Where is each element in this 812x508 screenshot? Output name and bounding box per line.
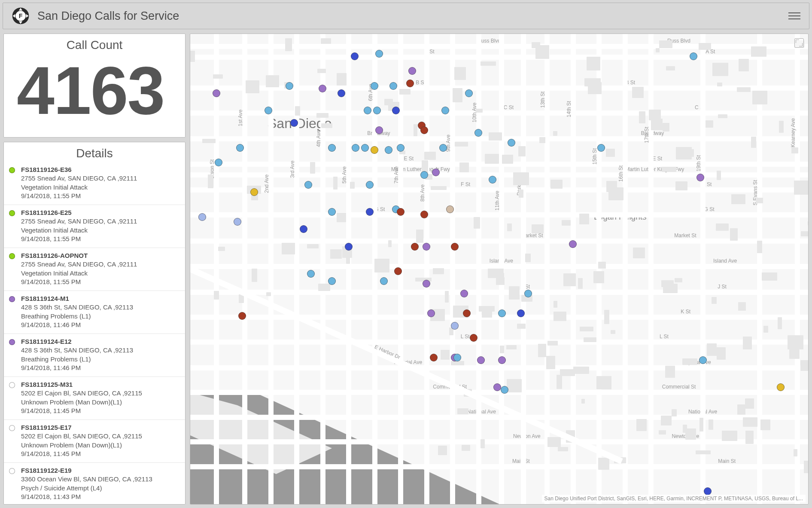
map-marker[interactable] <box>498 309 506 317</box>
map-marker[interactable] <box>432 168 440 176</box>
street-v <box>214 34 219 504</box>
map-marker[interactable] <box>474 129 482 137</box>
list-item[interactable]: FS18119124-M1428 S 36th St, SAN DIEGO, C… <box>4 291 185 334</box>
map-marker[interactable] <box>361 144 369 152</box>
map-marker[interactable] <box>238 312 246 320</box>
map-marker[interactable] <box>198 213 206 221</box>
list-item[interactable]: FS18119125-E175202 El Cajon Bl, SAN DIEG… <box>4 420 185 463</box>
map-marker[interactable] <box>375 50 383 58</box>
map-marker[interactable] <box>375 126 383 134</box>
building-block <box>513 172 529 185</box>
map-marker[interactable] <box>300 225 307 233</box>
map-marker[interactable] <box>460 290 468 297</box>
map-marker[interactable] <box>406 80 414 87</box>
map-marker[interactable] <box>234 218 241 226</box>
map-marker[interactable] <box>465 89 473 97</box>
map-marker[interactable] <box>371 82 378 90</box>
map-marker[interactable] <box>385 146 392 154</box>
map-marker[interactable] <box>380 277 388 285</box>
map-marker[interactable] <box>423 243 430 251</box>
map-surface[interactable]: San Diego Logan Heights Russ BlvdRuss Bl… <box>190 34 808 504</box>
map-marker[interactable] <box>517 309 525 317</box>
map-marker[interactable] <box>597 144 605 152</box>
map-marker[interactable] <box>704 487 712 495</box>
map-marker[interactable] <box>453 354 461 361</box>
map-marker[interactable] <box>328 144 336 152</box>
building-block <box>788 335 803 349</box>
building-block <box>751 46 767 57</box>
map-marker[interactable] <box>451 243 459 251</box>
map-marker[interactable] <box>265 107 272 114</box>
list-item[interactable]: FS18119126-E362755 Snead Av, SAN DIEGO, … <box>4 162 185 205</box>
map-marker[interactable] <box>351 52 359 60</box>
map-marker[interactable] <box>411 243 419 251</box>
map-marker[interactable] <box>373 107 381 114</box>
map-marker[interactable] <box>463 309 471 317</box>
map-marker[interactable] <box>290 119 298 127</box>
building-block <box>295 106 300 116</box>
map-marker[interactable] <box>250 188 258 196</box>
expand-map-icon[interactable] <box>794 38 804 48</box>
map-marker[interactable] <box>508 139 515 147</box>
map-marker[interactable] <box>215 159 222 166</box>
map-marker[interactable] <box>328 208 336 216</box>
map-marker[interactable] <box>420 126 428 134</box>
list-item[interactable]: FS18119125-M315202 El Cajon Bl, SAN DIEG… <box>4 377 185 420</box>
map-marker[interactable] <box>408 67 416 75</box>
map-marker[interactable] <box>423 280 430 288</box>
map-marker[interactable] <box>364 107 371 114</box>
map-marker[interactable] <box>441 107 449 114</box>
map-marker[interactable] <box>397 144 404 152</box>
list-item[interactable]: FS18119122-E193360 Ocean View Bl, SAN DI… <box>4 463 185 504</box>
map-marker[interactable] <box>498 356 506 364</box>
map-marker[interactable] <box>524 290 532 297</box>
map-marker[interactable] <box>470 334 477 342</box>
map-marker[interactable] <box>366 208 374 216</box>
hamburger-menu-button[interactable] <box>788 10 800 22</box>
building-block <box>451 361 464 365</box>
map-marker[interactable] <box>699 356 707 364</box>
building-block <box>633 248 645 258</box>
map-marker[interactable] <box>420 171 428 179</box>
map-marker[interactable] <box>319 85 326 92</box>
map-marker[interactable] <box>397 208 404 216</box>
map-card[interactable]: San Diego Logan Heights Russ BlvdRuss Bl… <box>190 34 809 505</box>
map-marker[interactable] <box>777 383 785 391</box>
map-marker[interactable] <box>307 270 315 278</box>
map-marker[interactable] <box>392 107 400 114</box>
map-marker[interactable] <box>352 144 359 152</box>
map-marker[interactable] <box>213 89 220 97</box>
map-marker[interactable] <box>489 176 496 184</box>
list-item[interactable]: FS18119126-AOPNOT2755 Snead Av, SAN DIEG… <box>4 248 185 291</box>
map-marker[interactable] <box>501 386 508 394</box>
list-item[interactable]: FS18119124-E12428 S 36th St, SAN DIEGO, … <box>4 334 185 377</box>
map-marker[interactable] <box>389 82 397 90</box>
map-marker[interactable] <box>328 277 336 285</box>
map-marker[interactable] <box>286 82 293 90</box>
map-marker[interactable] <box>304 181 312 189</box>
list-item[interactable]: FS18119126-E252755 Snead Av, SAN DIEGO, … <box>4 205 185 248</box>
building-block <box>558 447 568 451</box>
map-marker[interactable] <box>569 240 577 248</box>
map-marker[interactable] <box>371 146 378 154</box>
street-label: 11th Ave <box>494 190 500 211</box>
map-marker[interactable] <box>477 356 485 364</box>
map-marker[interactable] <box>427 309 435 317</box>
map-marker[interactable] <box>236 144 244 152</box>
map-marker[interactable] <box>439 144 447 152</box>
building-block <box>808 221 809 225</box>
details-list[interactable]: FS18119126-E362755 Snead Av, SAN DIEGO, … <box>4 160 185 504</box>
map-marker[interactable] <box>345 243 353 251</box>
map-marker[interactable] <box>446 205 454 213</box>
building-block <box>731 194 745 205</box>
map-marker[interactable] <box>493 383 501 391</box>
map-marker[interactable] <box>430 354 438 361</box>
map-marker[interactable] <box>451 322 459 330</box>
list-item-text: FS18119125-M315202 El Cajon Bl, SAN DIEG… <box>21 380 142 415</box>
map-marker[interactable] <box>394 267 402 275</box>
map-marker[interactable] <box>696 174 704 181</box>
map-marker[interactable] <box>420 211 428 218</box>
map-marker[interactable] <box>366 181 374 189</box>
map-marker[interactable] <box>690 52 697 60</box>
map-marker[interactable] <box>338 89 345 97</box>
